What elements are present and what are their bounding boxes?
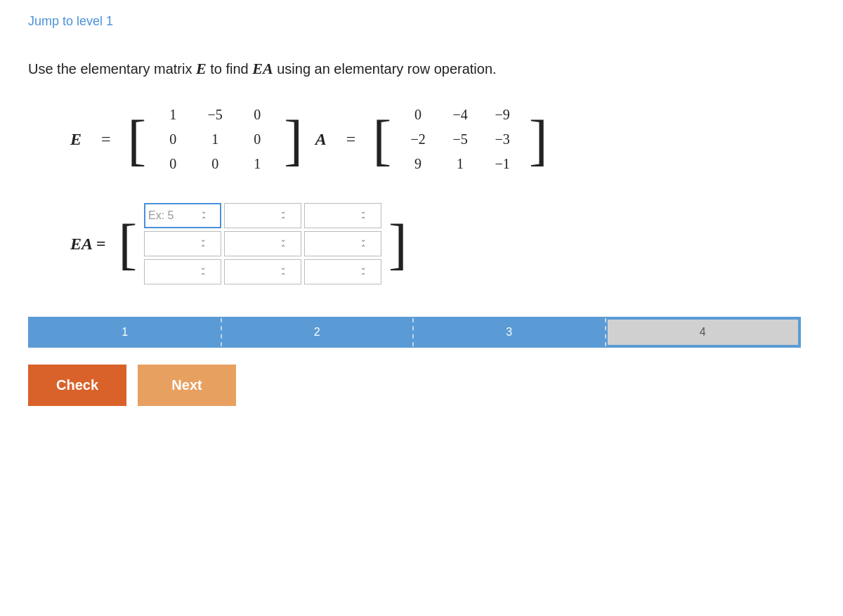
spinner-02[interactable]: ⌄ ⌃ bbox=[358, 208, 368, 224]
spinner-10[interactable]: ⌄ ⌃ bbox=[198, 236, 208, 252]
spinner-up-20[interactable]: ⌄ bbox=[198, 264, 208, 272]
a-cell-02: −9 bbox=[481, 104, 523, 126]
spinner-down-01[interactable]: ⌃ bbox=[278, 216, 288, 224]
answer-matrix-grid: ⌄ ⌃ ⌄ ⌃ ⌄ ⌃ bbox=[137, 199, 388, 289]
answer-cell-11[interactable]: ⌄ ⌃ bbox=[224, 231, 301, 256]
problem-description: Use the elementary matrix E to find EA u… bbox=[28, 57, 590, 80]
spinner-down-20[interactable]: ⌃ bbox=[198, 273, 208, 280]
spinner-00[interactable]: ⌄ ⌃ bbox=[199, 208, 209, 224]
matrix-e-label: E bbox=[70, 130, 81, 149]
answer-input-11[interactable] bbox=[228, 237, 277, 250]
answer-input-10[interactable] bbox=[148, 237, 197, 250]
equals-sign-a: = bbox=[346, 130, 356, 149]
math-E: E bbox=[196, 60, 207, 77]
ea-label: EA = bbox=[70, 235, 105, 254]
answer-input-20[interactable] bbox=[148, 266, 197, 278]
answer-input-00[interactable] bbox=[148, 209, 197, 222]
a-cell-00: 0 bbox=[397, 104, 439, 126]
a-cell-22: −1 bbox=[481, 153, 523, 175]
bracket-left-e: [ bbox=[128, 112, 147, 168]
a-cell-01: −4 bbox=[439, 104, 481, 126]
answer-input-02[interactable] bbox=[308, 209, 357, 222]
equals-sign-e: = bbox=[101, 130, 111, 149]
spinner-up-22[interactable]: ⌄ bbox=[358, 264, 368, 272]
a-cell-11: −5 bbox=[439, 129, 481, 150]
answer-input-22[interactable] bbox=[308, 266, 357, 278]
spinner-up-00[interactable]: ⌄ bbox=[199, 208, 209, 216]
spinner-down-11[interactable]: ⌃ bbox=[278, 244, 288, 252]
buttons-row: Check Next bbox=[28, 365, 815, 406]
bracket-right-e: ] bbox=[284, 112, 303, 168]
spinner-01[interactable]: ⌄ ⌃ bbox=[278, 208, 288, 224]
check-button[interactable]: Check bbox=[28, 365, 126, 406]
spinner-down-00[interactable]: ⌃ bbox=[199, 216, 209, 224]
spinner-22[interactable]: ⌄ ⌃ bbox=[358, 264, 368, 280]
e-cell-12: 0 bbox=[236, 129, 278, 150]
e-cell-01: −5 bbox=[194, 104, 236, 126]
next-button[interactable]: Next bbox=[138, 365, 236, 406]
spinner-down-21[interactable]: ⌃ bbox=[278, 273, 288, 280]
answer-input-01[interactable] bbox=[228, 209, 277, 222]
answer-row: EA = [ ⌄ ⌃ ⌄ ⌃ ⌄ bbox=[70, 199, 815, 289]
spinner-up-02[interactable]: ⌄ bbox=[358, 208, 368, 216]
e-cell-20: 0 bbox=[152, 153, 194, 175]
matrix-a-label: A bbox=[315, 130, 327, 149]
spinner-down-02[interactable]: ⌃ bbox=[358, 216, 368, 224]
spinner-up-10[interactable]: ⌄ bbox=[198, 236, 208, 244]
spinner-up-12[interactable]: ⌄ bbox=[358, 236, 368, 244]
progress-segment-2[interactable]: 2 bbox=[222, 318, 414, 346]
e-cell-10: 0 bbox=[152, 129, 194, 150]
a-cell-10: −2 bbox=[397, 129, 439, 150]
math-EA: EA bbox=[252, 60, 273, 77]
matrix-e-grid: 1 −5 0 0 1 0 0 0 1 bbox=[146, 101, 284, 178]
a-cell-20: 9 bbox=[397, 153, 439, 175]
spinner-down-10[interactable]: ⌃ bbox=[198, 244, 208, 252]
answer-cell-21[interactable]: ⌄ ⌃ bbox=[224, 259, 301, 284]
progress-bar: 1 2 3 4 bbox=[28, 317, 801, 348]
spinner-up-11[interactable]: ⌄ bbox=[278, 236, 288, 244]
spinner-20[interactable]: ⌄ ⌃ bbox=[198, 264, 208, 280]
answer-input-21[interactable] bbox=[228, 266, 277, 278]
progress-segment-1[interactable]: 1 bbox=[30, 318, 222, 346]
matrices-display: E = [ 1 −5 0 0 1 0 0 0 1 ] A = [ 0 −4 −9… bbox=[70, 101, 815, 178]
a-cell-12: −3 bbox=[481, 129, 523, 150]
e-cell-22: 1 bbox=[236, 153, 278, 175]
matrix-e-container: [ 1 −5 0 0 1 0 0 0 1 ] bbox=[128, 101, 303, 178]
spinner-12[interactable]: ⌄ ⌃ bbox=[358, 236, 368, 252]
e-cell-11: 1 bbox=[194, 129, 236, 150]
bracket-left-a: [ bbox=[372, 112, 391, 168]
answer-cell-00[interactable]: ⌄ ⌃ bbox=[144, 203, 221, 228]
bracket-right-answer: ] bbox=[388, 216, 407, 272]
spinner-21[interactable]: ⌄ ⌃ bbox=[278, 264, 288, 280]
answer-cell-02[interactable]: ⌄ ⌃ bbox=[304, 203, 381, 228]
answer-cell-20[interactable]: ⌄ ⌃ bbox=[144, 259, 221, 284]
bracket-right-a: ] bbox=[529, 112, 548, 168]
spinner-11[interactable]: ⌄ ⌃ bbox=[278, 236, 288, 252]
answer-cell-12[interactable]: ⌄ ⌃ bbox=[304, 231, 381, 256]
progress-label-2: 2 bbox=[314, 326, 320, 339]
matrix-a-container: [ 0 −4 −9 −2 −5 −3 9 1 −1 ] bbox=[372, 101, 547, 178]
spinner-up-01[interactable]: ⌄ bbox=[278, 208, 288, 216]
e-cell-21: 0 bbox=[194, 153, 236, 175]
e-cell-02: 0 bbox=[236, 104, 278, 126]
jump-to-level-link[interactable]: Jump to level 1 bbox=[28, 14, 113, 29]
progress-label-4: 4 bbox=[700, 326, 706, 339]
progress-label-3: 3 bbox=[506, 326, 512, 339]
spinner-down-12[interactable]: ⌃ bbox=[358, 244, 368, 252]
answer-input-12[interactable] bbox=[308, 237, 357, 250]
answer-cell-01[interactable]: ⌄ ⌃ bbox=[224, 203, 301, 228]
spinner-up-21[interactable]: ⌄ bbox=[278, 264, 288, 272]
progress-segment-4[interactable]: 4 bbox=[606, 318, 800, 346]
progress-label-1: 1 bbox=[122, 326, 128, 339]
progress-segment-3[interactable]: 3 bbox=[414, 318, 606, 346]
answer-matrix-container: [ ⌄ ⌃ ⌄ ⌃ ⌄ ⌃ bbox=[118, 199, 407, 289]
a-cell-21: 1 bbox=[439, 153, 481, 175]
spinner-down-22[interactable]: ⌃ bbox=[358, 273, 368, 280]
e-cell-00: 1 bbox=[152, 104, 194, 126]
bracket-left-answer: [ bbox=[118, 216, 137, 272]
answer-cell-10[interactable]: ⌄ ⌃ bbox=[144, 231, 221, 256]
answer-cell-22[interactable]: ⌄ ⌃ bbox=[304, 259, 381, 284]
matrix-a-grid: 0 −4 −9 −2 −5 −3 9 1 −1 bbox=[391, 101, 529, 178]
